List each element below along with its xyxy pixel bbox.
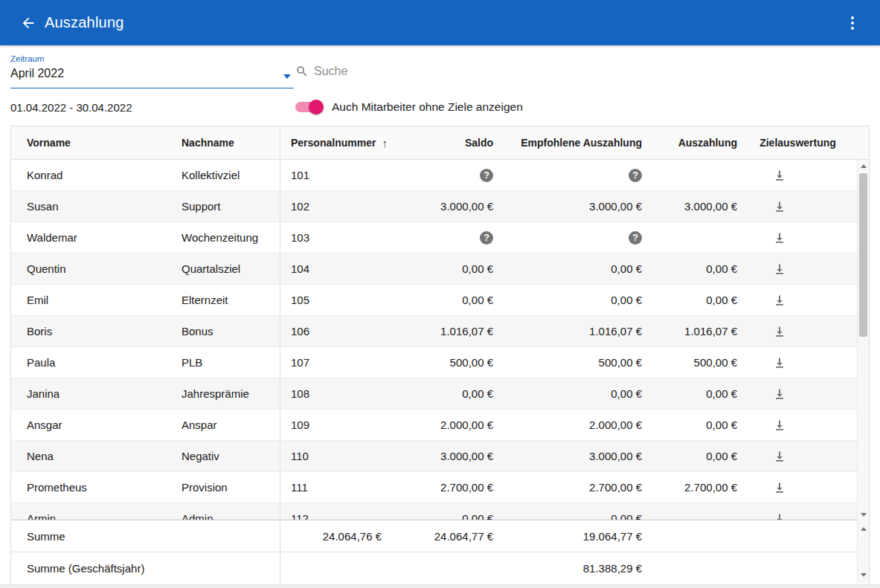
cell-auszahlung: 0,00 € <box>648 378 743 409</box>
cell-empfohlene: ? <box>499 160 648 190</box>
cell-personalnummer: 108 <box>280 378 388 409</box>
help-icon[interactable]: ? <box>629 231 642 245</box>
scrollbar-thumb[interactable] <box>859 173 867 337</box>
download-zielauswertung-button[interactable] <box>770 166 789 185</box>
show-employees-without-goals-toggle[interactable]: Auch Mitarbeiter ohne Ziele anzeigen <box>295 88 523 126</box>
cell-vorname: Quentin <box>11 253 179 284</box>
column-header-empfohlene-auszahlung[interactable]: Empfohlene Auszahlung <box>499 126 648 159</box>
cell-zielauswertung <box>743 285 869 315</box>
horizontal-scrollbar-track <box>0 584 880 588</box>
download-zielauswertung-button[interactable] <box>770 416 789 435</box>
cell-empfohlene: 0,00 € <box>499 503 648 521</box>
date-range: 01.04.2022 - 30.04.2022 <box>10 88 132 126</box>
cell-saldo: 0,00 € <box>388 253 499 284</box>
cell-empfohlene: ? <box>499 222 648 253</box>
cell-nachname: Provision <box>179 472 280 503</box>
cell-zielauswertung <box>743 347 869 378</box>
cell-empfohlene: 3.000,00 € <box>499 441 648 471</box>
summary-ziel-spacer <box>743 520 869 552</box>
column-header-personalnummer[interactable]: Personalnummer ↑ <box>280 126 388 159</box>
cell-saldo: 500,00 € <box>388 347 499 378</box>
cell-personalnummer: 104 <box>280 253 388 284</box>
cell-personalnummer: 111 <box>280 472 388 503</box>
cell-nachname: PLB <box>179 347 280 378</box>
cell-empfohlene: 0,00 € <box>499 253 648 284</box>
cell-saldo: 3.000,00 € <box>388 191 499 222</box>
cell-personalnummer: 105 <box>280 285 388 315</box>
cell-vorname: Waldemar <box>11 222 179 253</box>
table-row: PaulaPLB107500,00 €500,00 €500,00 € <box>11 347 869 378</box>
column-header-label: Personalnummer <box>291 137 376 149</box>
help-icon[interactable]: ? <box>480 169 493 182</box>
summary-empfohlene: 24.064,77 € <box>388 520 499 552</box>
scroll-up-icon[interactable] <box>861 527 867 531</box>
table-row: ArminAdmin1120,00 €0,00 € <box>11 503 869 521</box>
cell-vorname: Konrad <box>11 160 179 190</box>
scroll-down-icon[interactable] <box>861 513 867 517</box>
table-footer: Summe 24.064,76 € 24.064,77 € 19.064,77 … <box>11 520 869 584</box>
column-header-nachname[interactable]: Nachname <box>179 126 280 159</box>
scroll-up-icon[interactable] <box>861 164 867 168</box>
summary-spacer <box>648 520 743 552</box>
column-header-saldo[interactable]: Saldo <box>388 126 499 159</box>
page-title: Auszahlung <box>45 14 124 31</box>
cell-vorname: Susan <box>11 191 179 222</box>
app-bar: Auszahlung <box>0 0 880 45</box>
cell-nachname: Support <box>179 191 280 222</box>
summary-fiscal-empfohlene <box>388 552 499 584</box>
search-input[interactable] <box>314 65 870 78</box>
cell-auszahlung: 0,00 € <box>648 410 743 440</box>
summary-fiscal-label: Summe (Geschäftsjahr) <box>11 552 280 584</box>
toggle-label: Auch Mitarbeiter ohne Ziele anzeigen <box>332 100 523 114</box>
download-zielauswertung-button[interactable] <box>770 447 789 466</box>
download-zielauswertung-button[interactable] <box>770 353 789 372</box>
cell-empfohlene: 2.000,00 € <box>499 410 648 440</box>
table-row: AnsgarAnspar1092.000,00 €2.000,00 €0,00 … <box>11 410 869 441</box>
download-zielauswertung-button[interactable] <box>770 322 789 341</box>
download-zielauswertung-button[interactable] <box>770 384 789 404</box>
search-field[interactable] <box>295 54 870 88</box>
cell-personalnummer: 103 <box>280 222 388 253</box>
cell-auszahlung: 1.016,07 € <box>648 316 743 346</box>
toggle-track[interactable] <box>295 102 321 112</box>
column-header-vorname[interactable]: Vorname <box>11 126 179 159</box>
help-icon[interactable]: ? <box>629 169 642 182</box>
period-select[interactable]: Zeitraum April 2022 <box>10 54 294 88</box>
cell-personalnummer: 102 <box>280 191 388 222</box>
footer-scrollbar[interactable] <box>857 520 869 584</box>
cell-personalnummer: 101 <box>280 160 388 190</box>
kebab-icon <box>851 16 854 30</box>
info-row: 01.04.2022 - 30.04.2022 Auch Mitarbeiter… <box>0 88 880 126</box>
overflow-menu-button[interactable] <box>841 10 864 36</box>
cell-auszahlung: 500,00 € <box>648 347 743 378</box>
summary-fiscal-spacer <box>648 552 743 584</box>
column-header-auszahlung[interactable]: Auszahlung <box>648 126 743 159</box>
cell-zielauswertung <box>743 316 869 346</box>
cell-auszahlung: 0,00 € <box>648 285 743 315</box>
filter-bar: Zeitraum April 2022 <box>0 45 880 88</box>
summary-label: Summe <box>11 520 280 552</box>
back-button[interactable] <box>18 13 39 33</box>
cell-zielauswertung <box>743 472 869 503</box>
vertical-scrollbar[interactable] <box>857 160 869 521</box>
download-zielauswertung-button[interactable] <box>770 478 789 497</box>
cell-vorname: Paula <box>11 347 179 378</box>
scroll-down-icon[interactable] <box>861 573 867 577</box>
cell-nachname: Jahresprämie <box>179 378 280 409</box>
cell-saldo: ? <box>388 160 499 190</box>
table-header-row: Vorname Nachname Personalnummer ↑ Saldo … <box>11 126 869 160</box>
cell-zielauswertung <box>743 410 869 440</box>
help-icon[interactable]: ? <box>480 231 493 245</box>
period-select-value: April 2022 <box>10 67 294 80</box>
download-zielauswertung-button[interactable] <box>770 291 789 310</box>
summary-saldo: 24.064,76 € <box>280 520 388 552</box>
table-row: QuentinQuartalsziel1040,00 €0,00 €0,00 € <box>11 253 869 285</box>
cell-auszahlung: 2.700,00 € <box>648 472 743 503</box>
cell-personalnummer: 109 <box>280 410 388 440</box>
download-zielauswertung-button[interactable] <box>770 197 789 216</box>
download-zielauswertung-button[interactable] <box>770 228 789 248</box>
cell-nachname: Quartalsziel <box>179 253 280 284</box>
cell-vorname: Boris <box>11 316 179 346</box>
column-header-zielauswertung[interactable]: Zielauswertung <box>743 126 869 159</box>
download-zielauswertung-button[interactable] <box>770 259 789 279</box>
